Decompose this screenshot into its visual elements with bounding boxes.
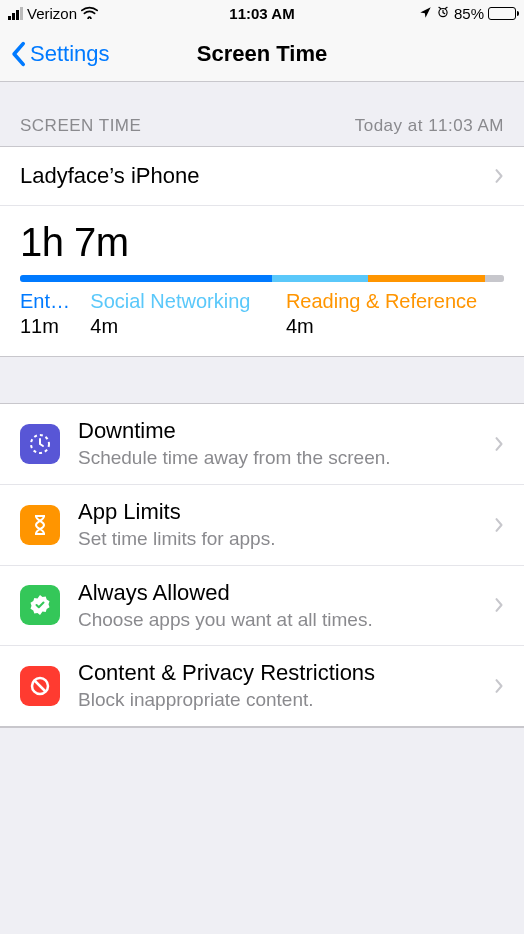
nosign-icon [20, 666, 60, 706]
footer-gap [0, 727, 524, 767]
option-title: Always Allowed [78, 580, 494, 606]
chevron-right-icon [494, 435, 504, 453]
option-text: Content & Privacy RestrictionsBlock inap… [78, 660, 494, 712]
option-subtitle: Set time limits for apps. [78, 527, 494, 551]
status-time: 11:03 AM [0, 5, 524, 22]
chevron-right-icon [494, 596, 504, 614]
checkbadge-icon [20, 585, 60, 625]
battery-icon [488, 7, 516, 20]
bar-segment [272, 275, 369, 282]
option-title: Content & Privacy Restrictions [78, 660, 494, 686]
option-subtitle: Schedule time away from the screen. [78, 446, 494, 470]
usage-bar [20, 275, 504, 282]
total-time: 1h 7m [20, 220, 504, 265]
category-value: 4m [286, 315, 504, 338]
chevron-right-icon [494, 677, 504, 695]
section-label: SCREEN TIME [20, 116, 141, 136]
nav-header: Settings Screen Time [0, 26, 524, 82]
usage-group: Ladyface’s iPhone 1h 7m Ent…11mSocial Ne… [0, 146, 524, 357]
option-text: App LimitsSet time limits for apps. [78, 499, 494, 551]
hourglass-icon [20, 505, 60, 545]
usage-block[interactable]: 1h 7m Ent…11mSocial Networking4mReading … [0, 206, 524, 356]
option-always-allowed[interactable]: Always AllowedChoose apps you want at al… [0, 566, 524, 647]
category-name: Ent… [20, 290, 80, 313]
bar-segment-other [485, 275, 504, 282]
option-text: DowntimeSchedule time away from the scre… [78, 418, 494, 470]
option-subtitle: Block inappropriate content. [78, 688, 494, 712]
category-item: Social Networking4m [90, 290, 276, 338]
option-downtime[interactable]: DowntimeSchedule time away from the scre… [0, 404, 524, 485]
option-app-limits[interactable]: App LimitsSet time limits for apps. [0, 485, 524, 566]
option-content-privacy[interactable]: Content & Privacy RestrictionsBlock inap… [0, 646, 524, 726]
section-header: SCREEN TIME Today at 11:03 AM [0, 82, 524, 146]
downtime-icon [20, 424, 60, 464]
option-subtitle: Choose apps you want at all times. [78, 608, 494, 632]
category-name: Reading & Reference [286, 290, 504, 313]
option-title: Downtime [78, 418, 494, 444]
chevron-right-icon [494, 167, 504, 185]
device-row[interactable]: Ladyface’s iPhone [0, 147, 524, 206]
category-item: Reading & Reference4m [286, 290, 504, 338]
usage-categories: Ent…11mSocial Networking4mReading & Refe… [20, 290, 504, 338]
bar-segment [368, 275, 484, 282]
category-name: Social Networking [90, 290, 276, 313]
section-timestamp: Today at 11:03 AM [355, 116, 504, 136]
group-gap [0, 357, 524, 403]
option-text: Always AllowedChoose apps you want at al… [78, 580, 494, 632]
category-item: Ent…11m [20, 290, 80, 338]
page-title: Screen Time [0, 41, 524, 67]
option-title: App Limits [78, 499, 494, 525]
device-name: Ladyface’s iPhone [20, 163, 494, 189]
status-bar: Verizon 11:03 AM 85% [0, 0, 524, 26]
bar-segment [20, 275, 272, 282]
category-value: 11m [20, 315, 80, 338]
chevron-right-icon [494, 516, 504, 534]
category-value: 4m [90, 315, 276, 338]
options-group: DowntimeSchedule time away from the scre… [0, 403, 524, 727]
